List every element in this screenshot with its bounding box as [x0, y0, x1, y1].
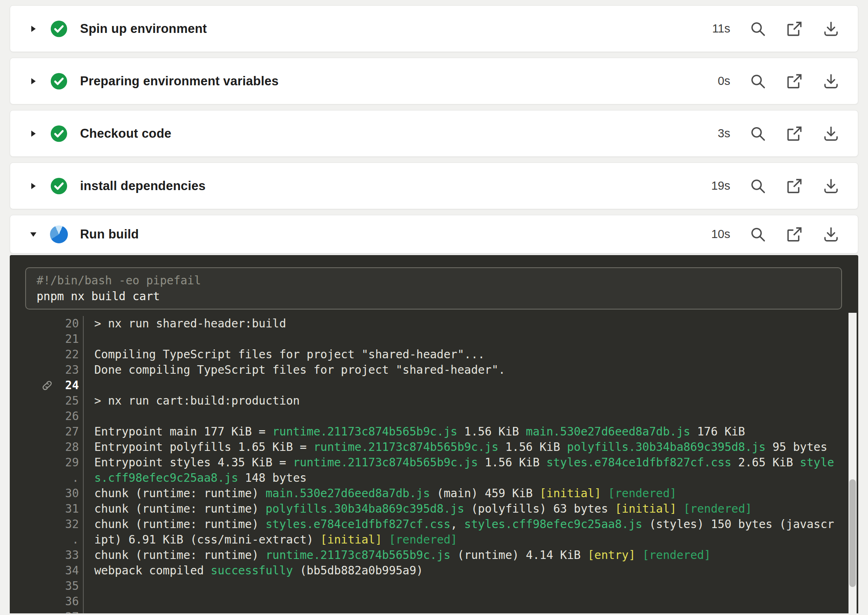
- search-icon[interactable]: [749, 177, 767, 195]
- log-segment: styles.e784ce1dfbf827cf.css: [265, 518, 450, 531]
- open-external-icon[interactable]: [786, 225, 803, 243]
- search-icon[interactable]: [749, 225, 767, 243]
- log-row-gutter[interactable]: [34, 455, 60, 470]
- log-segment: runtime.21173c874b565b9c.js: [313, 440, 498, 454]
- log-row-gutter[interactable]: [34, 501, 60, 517]
- log-row: 22 Compiling TypeScript files for projec…: [10, 347, 858, 362]
- log-segment: [entry]: [588, 548, 636, 562]
- log-segment: (runtime) 4.14 KiB: [451, 548, 588, 562]
- log-row-gutter[interactable]: [34, 378, 60, 393]
- caret-icon[interactable]: [29, 24, 38, 33]
- log-segment: polyfills.30b34ba869c395d8.js: [265, 502, 464, 515]
- step-card: Run build 10s: [10, 215, 858, 253]
- step-header[interactable]: Checkout code 3s: [10, 110, 858, 156]
- caret-icon[interactable]: [29, 77, 38, 86]
- log-segment: > nx run shared-header:build: [94, 317, 286, 330]
- caret-icon[interactable]: [29, 129, 38, 138]
- open-external-icon[interactable]: [786, 20, 803, 38]
- log-row: 23 Done compiling TypeScript files for p…: [10, 362, 858, 378]
- log-row-gutter[interactable]: [34, 486, 60, 501]
- line-number[interactable]: 29: [60, 455, 79, 470]
- open-external-icon[interactable]: [786, 72, 803, 90]
- line-number[interactable]: 24: [60, 378, 79, 393]
- download-icon[interactable]: [822, 177, 840, 195]
- line-content: [83, 609, 94, 613]
- search-icon[interactable]: [749, 72, 767, 90]
- log-row-gutter[interactable]: [34, 578, 60, 594]
- line-number[interactable]: 32: [60, 517, 79, 532]
- log-row-gutter[interactable]: [34, 347, 60, 362]
- line-number[interactable]: 23: [60, 362, 79, 378]
- line-number[interactable]: 21: [60, 331, 79, 347]
- step-header[interactable]: Preparing environment variables 0s: [10, 58, 858, 104]
- log-row-gutter[interactable]: [34, 517, 60, 532]
- scrollbar-thumb[interactable]: [849, 479, 856, 587]
- log-row-gutter[interactable]: [34, 393, 60, 409]
- step-header[interactable]: Spin up environment 11s: [10, 6, 858, 52]
- log-row-gutter[interactable]: [34, 424, 60, 440]
- log-segment: 2.65 KiB: [731, 456, 800, 469]
- line-number[interactable]: 34: [60, 563, 79, 578]
- line-number[interactable]: 26: [60, 409, 79, 424]
- line-number[interactable]: 25: [60, 393, 79, 409]
- line-content: Entrypoint styles 4.35 KiB = runtime.211…: [83, 455, 834, 470]
- line-number[interactable]: 30: [60, 486, 79, 501]
- step-list: Spin up environment 11s: [10, 5, 858, 253]
- log-row-gutter[interactable]: [34, 440, 60, 455]
- line-number[interactable]: 22: [60, 347, 79, 362]
- log-row-gutter[interactable]: [34, 563, 60, 578]
- log-segment: chunk (runtime: runtime): [94, 502, 265, 515]
- log-segment: chunk (runtime: runtime): [94, 548, 265, 562]
- line-content: Done compiling TypeScript files for proj…: [83, 362, 505, 378]
- log-row-gutter[interactable]: [34, 532, 60, 548]
- line-content: s.cff98efec9c25aa8.js 148 bytes: [83, 470, 307, 486]
- link-icon[interactable]: [41, 379, 53, 392]
- line-number[interactable]: 27: [60, 424, 79, 440]
- log-segment: (main) 459 KiB: [430, 487, 540, 500]
- log-segment: (styles) 150 bytes (javascr: [642, 518, 834, 531]
- log-row: 28 Entrypoint polyfills 1.65 KiB = runti…: [10, 440, 858, 455]
- open-external-icon[interactable]: [786, 177, 803, 195]
- log-row-gutter[interactable]: [34, 362, 60, 378]
- log-row-gutter[interactable]: [34, 470, 60, 486]
- line-number[interactable]: 35: [60, 578, 79, 594]
- log-segment: > nx run cart:build:production: [94, 394, 300, 407]
- download-icon[interactable]: [822, 72, 840, 90]
- step-header[interactable]: Run build 10s: [10, 215, 858, 253]
- log-row-gutter[interactable]: [34, 409, 60, 424]
- download-icon[interactable]: [822, 20, 840, 38]
- log-segment: [rendered]: [642, 548, 711, 562]
- line-number[interactable]: 33: [60, 548, 79, 563]
- line-number[interactable]: 37: [60, 609, 79, 613]
- open-external-icon[interactable]: [786, 125, 803, 143]
- terminal-scrollbar[interactable]: [848, 313, 857, 613]
- line-content: > nx run shared-header:build: [83, 316, 286, 331]
- line-number[interactable]: 28: [60, 440, 79, 455]
- search-icon[interactable]: [749, 20, 767, 38]
- line-content: Entrypoint main 177 KiB = runtime.21173c…: [83, 424, 745, 440]
- log-row-gutter[interactable]: [34, 609, 60, 613]
- log-segment: Compiling TypeScript files for project "…: [94, 348, 485, 361]
- line-number[interactable]: 20: [60, 316, 79, 331]
- job-steps-page: Spin up environment 11s: [0, 0, 868, 615]
- log-segment: [636, 548, 642, 562]
- download-icon[interactable]: [822, 125, 840, 143]
- search-icon[interactable]: [749, 125, 767, 143]
- caret-icon[interactable]: [29, 230, 38, 239]
- line-number[interactable]: .: [60, 470, 79, 486]
- step-header[interactable]: install dependencies 19s: [10, 163, 858, 209]
- line-number[interactable]: 36: [60, 594, 79, 609]
- log-row: 29 Entrypoint styles 4.35 KiB = runtime.…: [10, 455, 858, 470]
- caret-icon[interactable]: [29, 182, 38, 191]
- log-row-gutter[interactable]: [34, 548, 60, 563]
- log-row: 30 chunk (runtime: runtime) main.530e27d…: [10, 486, 858, 501]
- line-number[interactable]: 31: [60, 501, 79, 517]
- log-row-gutter[interactable]: [34, 316, 60, 331]
- log-segment: [initial]: [540, 487, 601, 500]
- log-row: 24: [10, 378, 858, 393]
- log-row-gutter[interactable]: [34, 331, 60, 347]
- line-number[interactable]: .: [60, 532, 79, 548]
- download-icon[interactable]: [822, 225, 840, 243]
- line-content: [83, 409, 94, 424]
- log-row-gutter[interactable]: [34, 594, 60, 609]
